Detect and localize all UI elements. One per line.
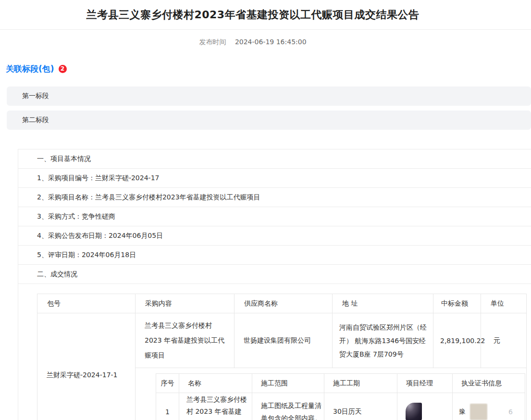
header-duration: 施工工期 [324, 374, 397, 393]
header-name: 名称 [179, 374, 252, 393]
cert-suffix-text: 6 [508, 408, 513, 416]
header-package-no: 包号 [37, 294, 136, 313]
detail-table-header-row: 序号 名称 施工范围 施工工期 项目经理 执业证书信息 [156, 374, 525, 393]
info-row-review-date: 5、评审日期：2024年06月18日 [18, 246, 531, 265]
publish-time-row: 发布时间 2024-06-19 16:45:00 [0, 38, 506, 48]
cell-package-no: 兰财采字磋-2024-17-1 [37, 313, 136, 420]
header-index: 序号 [156, 374, 179, 393]
info-row-announce-date: 4、采购公告发布日期：2024年06月05日 [18, 226, 531, 246]
cell-duration: 30日历天 [324, 393, 397, 420]
cell-index: 1 [156, 393, 179, 420]
page-header: 兰考县三义寨乡付楼村2023年省基建投资以工代赈项目成交结果公告 [0, 0, 531, 30]
section-bar-2-label: 第二标段 [22, 116, 49, 124]
header-supplier: 供应商名称 [235, 294, 333, 313]
info-row-project-name: 2、采购项目名称：兰考县三义寨乡付楼村2023年省基建投资以工代赈项目 [18, 188, 531, 207]
info-row-section-1: 一、项目基本情况 [18, 149, 531, 169]
manager-redaction-box [406, 403, 422, 420]
cell-address: 河南自贸试验区郑州片区（经开） 航海东路1346号国安经贸大厦B座 7层709号 [333, 313, 433, 368]
section-bar-1-label: 第一标段 [22, 92, 49, 100]
cell-supplier: 世扬建设集团有限公司 [235, 313, 333, 368]
header-address: 地 址 [333, 294, 433, 313]
cell-amount: 2,819,100.22 [433, 313, 481, 368]
cell-unit: 元 [481, 313, 527, 368]
cell-content: 兰考县三义寨乡付楼村 2023 年省基建投资以工代赈项目 [136, 313, 235, 368]
header-unit: 单位 [481, 294, 527, 313]
publish-time-value: 2024-06-19 16:45:00 [235, 38, 307, 46]
page-title: 兰考县三义寨乡付楼村2023年省基建投资以工代赈项目成交结果公告 [86, 8, 419, 22]
cell-scope: 施工图纸及工程量清单包含的全部内容。 [252, 393, 324, 420]
header-cert-info: 执业证书信息 [453, 374, 525, 393]
cert-prefix-text: 豫 [459, 408, 466, 416]
header-content: 采购内容 [136, 294, 235, 313]
info-row-section-2: 二、成交情况 [18, 265, 531, 284]
detail-table: 序号 名称 施工范围 施工工期 项目经理 执业证书信息 1 兰考县三义寨乡付楼村… [156, 373, 525, 420]
header-manager: 项目经理 [397, 374, 453, 393]
header-scope: 施工范围 [252, 374, 324, 393]
publish-time-label: 发布时间 [199, 38, 226, 46]
header-amount: 中标金额 [433, 294, 481, 313]
detail-table-row: 1 兰考县三义寨乡付楼村 2023 年省基建投资以工代赈项目 施工图纸及工程量清… [156, 393, 525, 420]
cert-redaction-box [470, 404, 487, 420]
cell-manager [397, 393, 453, 420]
award-table: 包号 采购内容 供应商名称 地 址 中标金额 单位 兰财采字磋-2024-17-… [37, 294, 527, 420]
section-bar-2[interactable]: 第二标段 [7, 111, 531, 130]
related-sections-heading: 关联标段(包) 2 [6, 63, 531, 74]
award-table-header-row: 包号 采购内容 供应商名称 地 址 中标金额 单位 [37, 294, 527, 313]
announcement-body: 一、项目基本情况 1、采购项目编号：兰财采字磋-2024-17 2、采购项目名称… [18, 149, 531, 420]
cell-cert-info: 豫 6 [453, 393, 525, 420]
section-count-badge: 2 [59, 65, 67, 73]
related-sections-title: 关联标段(包) [6, 63, 54, 74]
award-table-row: 兰财采字磋-2024-17-1 兰考县三义寨乡付楼村 2023 年省基建投资以工… [37, 313, 527, 368]
info-row-method: 3、采购方式：竞争性磋商 [18, 207, 531, 226]
detail-table-cell: 序号 名称 施工范围 施工工期 项目经理 执业证书信息 1 兰考县三义寨乡付楼村… [136, 368, 527, 420]
info-row-project-no: 1、采购项目编号：兰财采字磋-2024-17 [18, 169, 531, 188]
award-table-wrap: 包号 采购内容 供应商名称 地 址 中标金额 单位 兰财采字磋-2024-17-… [37, 294, 531, 420]
section-bar-1[interactable]: 第一标段 [7, 86, 531, 106]
cell-name: 兰考县三义寨乡付楼村 2023 年省基建投资以工代赈项目 [179, 393, 252, 420]
